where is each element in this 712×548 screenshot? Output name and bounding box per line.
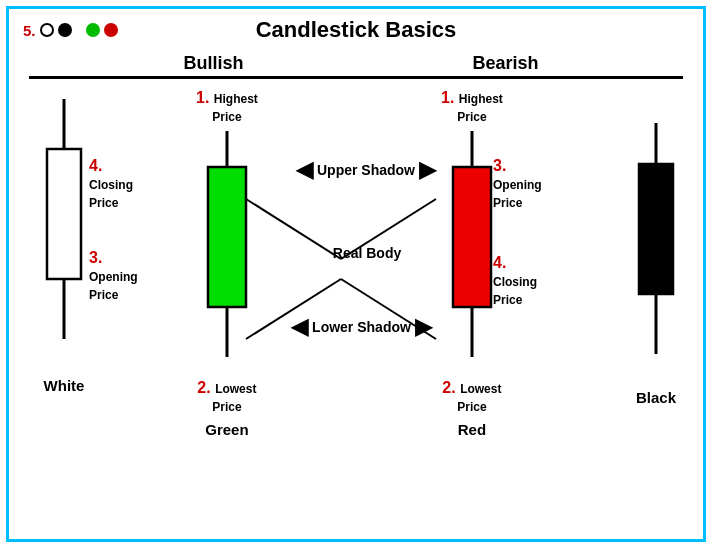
section-headers: Bullish Bearish <box>9 51 703 76</box>
circle-red-icon <box>104 23 118 37</box>
white-opening-label: 3. OpeningPrice <box>89 249 138 303</box>
right-arrow-upper: ▶ <box>419 157 436 183</box>
svg-rect-1 <box>47 149 81 279</box>
circle-white-icon <box>40 23 54 37</box>
divider <box>29 76 683 79</box>
left-arrow-upper: ◀ <box>296 157 313 183</box>
white-candle-col: White <box>39 89 89 394</box>
circle-green-icon <box>86 23 100 37</box>
bearish-header: Bearish <box>472 53 538 74</box>
prefix-number: 5. <box>23 22 36 39</box>
svg-rect-10 <box>639 164 673 294</box>
green-candle-col: 1. HighestPrice 2. LowestPrice Green <box>196 89 258 438</box>
lower-shadow-section: ◀ Lower Shadow ▶ <box>289 314 434 340</box>
right-arrow-lower: ▶ <box>415 314 432 340</box>
green-label: Green <box>205 421 248 438</box>
bullish-header: Bullish <box>183 53 243 74</box>
real-body-label: Real Body <box>333 245 401 261</box>
circle-black-icon <box>58 23 72 37</box>
red-candle-svg <box>447 127 497 377</box>
real-body-section: Real Body <box>317 244 417 262</box>
white-closing-label: 4. ClosingPrice <box>89 157 133 211</box>
red-opening-label: 3. OpeningPrice <box>493 157 542 211</box>
lower-shadow-label: Lower Shadow <box>312 319 411 335</box>
left-arrow-lower: ◀ <box>291 314 308 340</box>
title-left-icons: 5. <box>23 22 118 39</box>
red-closing-label: 4. ClosingPrice <box>493 254 537 308</box>
black-label: Black <box>636 389 676 406</box>
black-candle-svg <box>631 119 681 369</box>
black-candle-col: Black <box>631 119 681 406</box>
white-candle-svg <box>39 89 89 369</box>
main-container: 5. Candlestick Basics Bullish Bearish Wh <box>6 6 706 542</box>
upper-shadow-section: ◀ Upper Shadow ▶ <box>301 157 431 185</box>
green-candle-svg <box>202 127 252 377</box>
white-label: White <box>44 377 85 394</box>
svg-rect-4 <box>208 167 246 307</box>
page-title: Candlestick Basics <box>256 17 457 43</box>
svg-rect-7 <box>453 167 491 307</box>
title-row: 5. Candlestick Basics <box>9 9 703 51</box>
red-label: Red <box>458 421 486 438</box>
main-diagram: White 4. ClosingPrice 3. OpeningPrice 1.… <box>21 89 691 459</box>
upper-shadow-label: Upper Shadow <box>317 162 415 178</box>
